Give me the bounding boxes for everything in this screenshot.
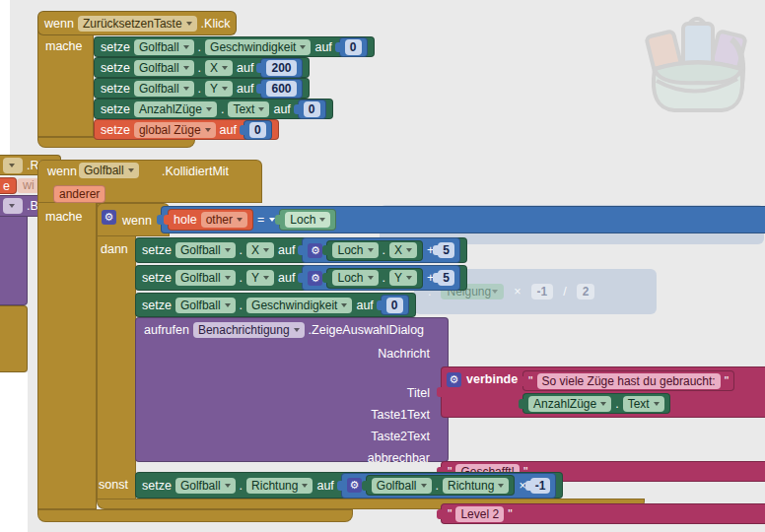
math-multiply-block[interactable]: ⚙ Golfball . Richtung × -1 <box>341 473 557 499</box>
setze-label: setze <box>101 61 130 75</box>
property-dropdown[interactable]: X <box>246 242 274 258</box>
math-plus-block[interactable]: ⚙ Loch . X + 5 <box>302 237 460 263</box>
blocks-workspace[interactable]: .Rich e wi .Bew wenn ZurücksetzenTaste .… <box>0 0 765 532</box>
variable-dropdown[interactable]: global Züge <box>134 122 216 138</box>
component-dropdown[interactable]: AnzahlZüge <box>528 396 611 412</box>
component-dropdown[interactable]: Golfball <box>134 60 194 76</box>
gear-icon[interactable]: ⚙ <box>347 478 362 493</box>
text-string-block[interactable]: " So viele Züge hast du gebraucht: " <box>522 370 734 391</box>
event-param-pill[interactable]: anderer <box>53 185 105 203</box>
property-dropdown[interactable]: Y <box>389 270 417 286</box>
auf-label: auf <box>273 102 290 116</box>
event-block-reset-click[interactable]: wenn ZurücksetzenTaste .Klick <box>37 11 237 35</box>
number-field[interactable]: 0 <box>386 298 403 313</box>
component-dropdown[interactable]: Golfball <box>175 298 236 313</box>
property-dropdown[interactable]: X <box>205 60 233 76</box>
fragment-setter-block[interactable]: e <box>0 177 17 194</box>
component-dropdown[interactable]: Golfball <box>175 270 236 286</box>
number-block[interactable]: 0 <box>243 120 272 140</box>
component-dropdown[interactable]: Golfball <box>134 81 194 97</box>
set-property-block[interactable]: setze Golfball . Geschwindigkeit auf 0 <box>94 36 375 57</box>
auf-label: auf <box>278 271 295 285</box>
property-getter-block[interactable]: Loch . X <box>326 240 423 261</box>
number-block[interactable]: 0 <box>339 37 368 57</box>
gear-icon[interactable]: ⚙ <box>447 372 461 387</box>
number-block[interactable]: 600 <box>260 79 302 99</box>
event-block-bottom[interactable] <box>37 509 353 522</box>
event-block-left-column[interactable] <box>37 183 97 509</box>
property-dropdown[interactable]: Text <box>228 101 269 117</box>
number-field[interactable]: 5 <box>438 242 454 258</box>
number-field[interactable]: 5 <box>438 270 454 286</box>
get-variable-block[interactable]: hole other <box>168 209 253 231</box>
property-dropdown[interactable]: X <box>389 242 417 258</box>
event-component-dropdown[interactable]: ZurücksetzenTaste <box>78 16 197 32</box>
property-dropdown[interactable]: Richtung <box>443 478 509 494</box>
call-header: aufrufen Benachrichtigung .ZeigeAuswahlD… <box>144 322 424 338</box>
operator-dropdown[interactable]: = <box>257 213 264 227</box>
set-property-block[interactable]: setze Golfball . Richtung auf ⚙ Golfball… <box>135 472 563 499</box>
equals-block[interactable]: hole other = Loch <box>161 206 765 233</box>
gear-icon[interactable]: ⚙ <box>308 243 322 258</box>
number-field[interactable]: 0 <box>304 101 320 117</box>
ghost-times: × <box>514 285 521 299</box>
caret-icon <box>9 204 15 208</box>
component-dropdown[interactable]: Benachrichtigung <box>193 322 305 338</box>
number-block[interactable]: 0 <box>381 295 409 315</box>
component-dropdown[interactable]: Golfball <box>175 478 236 494</box>
property-dropdown[interactable]: Geschwindigkeit <box>246 298 352 313</box>
join-block[interactable]: ⚙ verbinde " So viele Züge hast du gebra… <box>441 366 765 418</box>
number-field[interactable]: 600 <box>266 81 296 97</box>
set-property-block[interactable]: setze Golfball . Y auf 600 <box>94 78 310 99</box>
event-name-label: .Klick <box>201 17 231 31</box>
number-field[interactable]: 0 <box>345 39 362 55</box>
component-dropdown[interactable] <box>3 158 23 173</box>
gear-icon[interactable]: ⚙ <box>308 271 322 286</box>
auf-label: auf <box>314 40 331 54</box>
number-block[interactable]: 200 <box>260 58 302 78</box>
number-field[interactable]: 0 <box>249 122 266 138</box>
set-property-block[interactable]: setze Golfball . Geschwindigkeit auf 0 <box>135 293 416 317</box>
property-dropdown[interactable]: Y <box>246 270 274 286</box>
component-dropdown[interactable]: Loch <box>285 212 330 228</box>
hole-label: hole <box>174 213 197 227</box>
text-field[interactable]: So viele Züge hast du gebraucht: <box>537 373 721 389</box>
number-field[interactable]: 200 <box>266 60 296 76</box>
component-dropdown[interactable]: Loch <box>332 270 378 286</box>
component-dropdown[interactable]: Golfball <box>175 242 236 258</box>
gear-icon[interactable]: ⚙ <box>102 210 116 225</box>
math-plus-block[interactable]: ⚙ Loch . Y + 5 <box>302 265 460 291</box>
set-property-block[interactable]: setze Golfball . X auf ⚙ Loch . X + 5 <box>135 237 467 263</box>
wenn-label: wenn <box>47 165 77 178</box>
variable-dropdown[interactable]: other <box>201 212 247 228</box>
caret-icon <box>222 87 228 91</box>
component-dropdown[interactable]: Golfball <box>134 39 194 55</box>
property-dropdown[interactable]: Richtung <box>246 478 313 494</box>
component-dropdown[interactable]: Golfball <box>372 478 432 494</box>
number-block[interactable]: 0 <box>298 100 326 119</box>
component-dropdown[interactable] <box>3 198 23 214</box>
text-field[interactable]: Level 2 <box>455 506 504 522</box>
component-dropdown[interactable]: Loch <box>332 242 378 258</box>
set-variable-block[interactable]: setze global Züge auf 0 <box>94 119 279 140</box>
property-dropdown[interactable]: Geschwindigkeit <box>205 39 311 55</box>
component-dropdown[interactable]: AnzahlZüge <box>134 101 217 117</box>
caret-icon <box>341 303 347 307</box>
property-getter-block[interactable]: Loch . Y <box>326 268 423 289</box>
number-field[interactable]: -1 <box>530 478 551 494</box>
param-label-titel: Titel <box>237 386 430 400</box>
fragment-event-block-lower[interactable] <box>0 305 28 372</box>
event-component-dropdown[interactable]: Golfball <box>79 163 139 178</box>
set-property-block[interactable]: setze AnzahlZüge . Text auf 0 <box>94 99 333 119</box>
property-getter-block[interactable]: AnzahlZüge . Text <box>522 393 670 414</box>
set-property-block[interactable]: setze Golfball . X auf 200 <box>94 57 310 78</box>
property-dropdown[interactable]: Y <box>205 81 233 97</box>
set-property-block[interactable]: setze Golfball . Y auf ⚙ Loch . Y + 5 <box>135 265 467 291</box>
text-string-block[interactable]: " Level 2 " <box>441 503 765 524</box>
property-getter-block[interactable]: Golfball . Richtung <box>366 475 516 496</box>
component-getter-block[interactable]: Loch <box>279 209 336 231</box>
property-dropdown[interactable]: Text <box>623 396 664 412</box>
ghost-number: 2 <box>577 284 595 299</box>
setze-label: setze <box>101 82 130 96</box>
backpack-icon[interactable] <box>643 12 751 114</box>
